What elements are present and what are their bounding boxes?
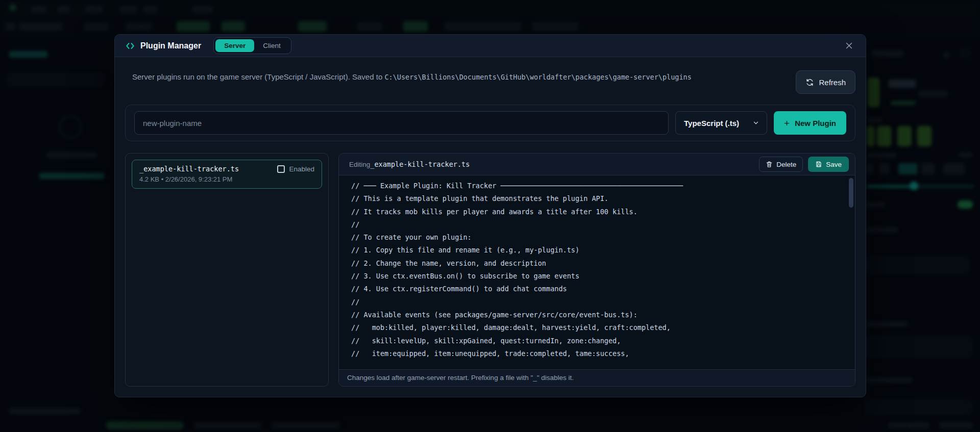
plugin-list-item[interactable]: _example-kill-tracker.ts Enabled 4.2 KB … — [132, 160, 322, 189]
new-plugin-name-input[interactable] — [134, 111, 669, 135]
editor-heading-prefix: Editing — [349, 161, 370, 168]
tab-group: Server Client — [213, 37, 291, 54]
editor-heading-filename: _example-kill-tracker.ts — [370, 160, 470, 168]
save-icon — [815, 161, 822, 168]
code-line: // To create your own plugin: — [351, 233, 843, 246]
enabled-checkbox[interactable] — [277, 165, 285, 173]
editor-footer-note: Changes load after game-server restart. … — [339, 369, 855, 386]
description-text: Server plugins run on the game server (T… — [132, 72, 384, 81]
code-line: // 1. Copy this file and rename it (e.g.… — [351, 246, 843, 259]
plugin-manager-modal: Plugin Manager Server Client Server plug… — [114, 34, 866, 397]
save-label: Save — [826, 161, 842, 168]
refresh-label: Refresh — [819, 78, 846, 87]
plugin-filename: _example-kill-tracker.ts — [139, 165, 239, 173]
delete-label: Delete — [776, 161, 796, 168]
code-line: // It tracks mob kills per player and aw… — [351, 208, 843, 220]
code-line: // mob:killed, player:killed, damage:dea… — [351, 323, 843, 336]
code-line: // 3. Use ctx.eventBus.on() to subscribe… — [351, 272, 843, 285]
tab-server[interactable]: Server — [215, 39, 254, 52]
code-line: // skill:levelUp, skill:xpGained, quest:… — [351, 337, 843, 349]
tab-client[interactable]: Client — [254, 39, 289, 52]
chevron-down-icon — [752, 119, 760, 126]
plugin-enabled-control: Enabled — [277, 165, 314, 173]
code-line: // item:equipped, item:unequipped, trade… — [351, 349, 843, 362]
language-selected-value: TypeScript (.ts) — [684, 119, 739, 128]
modal-header: Plugin Manager Server Client — [115, 35, 866, 57]
language-select[interactable]: TypeScript (.ts) — [675, 111, 767, 135]
code-line: // ─── Example Plugin: Kill Tracker ────… — [351, 182, 843, 194]
code-line: // 2. Change the name, version, and desc… — [351, 259, 843, 272]
delete-button[interactable]: Delete — [759, 157, 803, 172]
code-line: // — [351, 298, 843, 311]
trash-icon — [766, 161, 773, 168]
modal-title: Plugin Manager — [140, 41, 201, 50]
plugins-description: Server plugins run on the game server (T… — [125, 70, 692, 84]
code-icon — [125, 41, 135, 51]
editor-panel: Editing _example-kill-tracker.ts Delete — [338, 153, 855, 387]
code-editor[interactable]: // ─── Example Plugin: Kill Tracker ────… — [339, 175, 855, 369]
plugin-list-panel: _example-kill-tracker.ts Enabled 4.2 KB … — [125, 153, 329, 387]
code-line: // This is a template plugin that demons… — [351, 194, 843, 207]
new-plugin-button[interactable]: + New Plugin — [774, 111, 846, 135]
refresh-button[interactable]: Refresh — [796, 70, 855, 94]
plus-icon: + — [784, 118, 790, 128]
editor-header: Editing _example-kill-tracker.ts Delete — [339, 154, 855, 175]
create-plugin-row: TypeScript (.ts) + New Plugin — [125, 105, 855, 141]
plugin-meta: 4.2 KB • 2/26/2026, 9:23:21 PM — [139, 175, 314, 183]
description-row: Server plugins run on the game server (T… — [125, 70, 855, 94]
close-icon[interactable] — [842, 39, 855, 53]
save-button[interactable]: Save — [808, 157, 849, 172]
enabled-label: Enabled — [289, 165, 314, 173]
code-line: // 4. Use ctx.registerCommand() to add c… — [351, 285, 843, 297]
refresh-icon — [805, 78, 814, 87]
new-plugin-label: New Plugin — [795, 119, 836, 128]
code-line: // Available events (see packages/game-s… — [351, 311, 843, 323]
code-line: // — [351, 220, 843, 233]
editor-scrollbar[interactable] — [849, 178, 853, 208]
plugins-path: C:\Users\Billions\Documents\GitHub\world… — [384, 73, 691, 81]
